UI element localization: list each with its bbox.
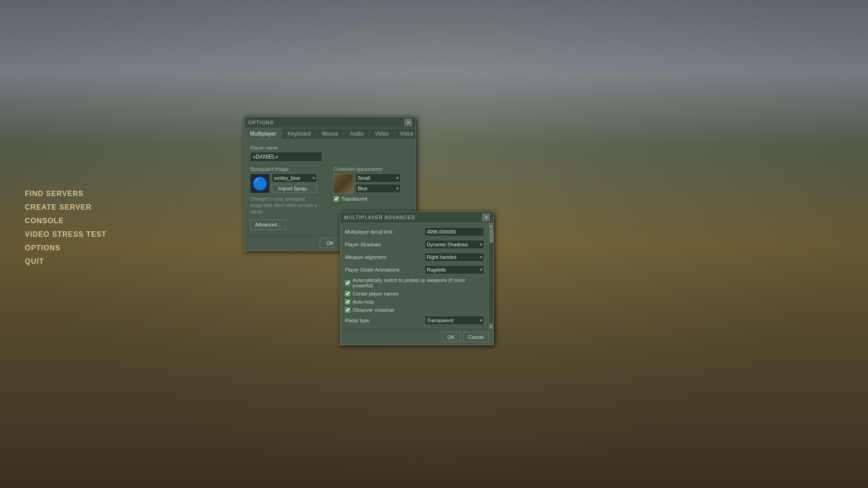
menu-item-create-server[interactable]: CREATE SERVER: [25, 203, 107, 211]
tab-mouse[interactable]: Mouse: [316, 128, 344, 139]
death-animations-dropdown[interactable]: Ragdolls None: [425, 265, 484, 274]
auto-help-row: Auto-help: [345, 299, 484, 305]
advanced-scrollbar: ▲ ▼: [489, 223, 493, 329]
spraypaint-section: Spraypaint image 🔵 smiley_blue skull lam…: [250, 166, 326, 215]
center-names-row: Center player names: [345, 291, 484, 296]
weapon-alignment-label: Weapon alignment: [345, 254, 425, 260]
decal-limit-input[interactable]: [425, 227, 484, 236]
death-animations-row: Player Death Animations Ragdolls None: [345, 265, 484, 275]
advanced-footer: OK Cancel: [340, 329, 493, 345]
observer-crosshair-checkbox[interactable]: [345, 307, 350, 313]
spray-controls: smiley_blue skull lambda Import Spray...: [272, 174, 317, 193]
player-name-input[interactable]: [250, 152, 322, 162]
spray-dropdown[interactable]: smiley_blue skull lambda: [272, 174, 317, 183]
two-column-section: Spraypaint image 🔵 smiley_blue skull lam…: [250, 166, 410, 215]
advanced-title: MULTIPLAYER ADVANCED: [344, 215, 415, 220]
spray-preview: 🔵: [250, 174, 270, 193]
advanced-button[interactable]: Advanced...: [250, 220, 286, 230]
spraypaint-label: Spraypaint image: [250, 166, 326, 172]
tab-multiplayer[interactable]: Multiplayer: [245, 128, 282, 139]
menu-item-options[interactable]: OPTIONS: [25, 244, 107, 252]
translucent-row: Translucent: [334, 196, 410, 202]
auto-switch-label: Automatically switch to picked up weapon…: [353, 277, 484, 288]
menu-item-console[interactable]: CONSOLE: [25, 217, 107, 225]
advanced-dialog: MULTIPLAYER ADVANCED ✕ Multiplayer decal…: [340, 211, 494, 345]
menu-item-video-stress-test[interactable]: VIDEO STRESS TEST: [25, 230, 107, 239]
radar-type-label: Radar type: [345, 318, 425, 323]
weapon-alignment-row: Weapon alignment Right handed Left hande…: [345, 252, 484, 262]
crosshair-size-dropdown[interactable]: Small Medium Large: [355, 174, 401, 183]
auto-switch-row: Automatically switch to picked up weapon…: [345, 277, 484, 288]
observer-crosshair-label: Observer crosshair: [353, 307, 395, 313]
translucent-label: Translucent: [341, 196, 367, 202]
import-spray-button[interactable]: Import Spray...: [272, 184, 317, 193]
radar-type-row: Radar type Transparent Normal None: [345, 315, 484, 325]
options-titlebar: OPTIONS ✕: [245, 117, 415, 128]
advanced-ok-button[interactable]: OK: [442, 332, 461, 342]
crosshair-color-dropdown[interactable]: Blue Green Yellow Red: [355, 184, 401, 193]
menu-item-find-servers[interactable]: FIND SERVERS: [25, 190, 107, 198]
shadows-dropdown[interactable]: Dynamic Shadows No Shadows Static Shadow…: [425, 240, 484, 249]
weapon-alignment-dropdown-wrapper: Right handed Left handed: [425, 253, 484, 262]
auto-help-checkbox[interactable]: [345, 299, 350, 305]
crosshair-image: [334, 174, 353, 193]
decal-limit-row: Multiplayer decal limit: [345, 227, 484, 237]
translucent-checkbox[interactable]: [334, 196, 339, 202]
main-menu: FIND SERVERS CREATE SERVER CONSOLE VIDEO…: [25, 190, 107, 266]
spray-info-text: Changes to your spraypaint image take ef…: [250, 196, 319, 215]
auto-switch-checkbox[interactable]: [345, 280, 350, 286]
decal-limit-label: Multiplayer decal limit: [345, 229, 425, 235]
tab-video[interactable]: Video: [369, 128, 394, 139]
death-animations-dropdown-wrapper: Ragdolls None: [425, 265, 484, 274]
radar-type-dropdown[interactable]: Transparent Normal None: [425, 316, 484, 325]
tab-keyboard[interactable]: Keyboard: [282, 128, 316, 139]
options-title: OPTIONS: [248, 120, 274, 125]
crosshair-section: Crosshair appearance Small Medium Large: [334, 166, 410, 215]
spray-container: 🔵 smiley_blue skull lambda Import Spray.…: [250, 174, 326, 193]
player-name-label: Player name: [250, 145, 410, 150]
advanced-body: Multiplayer decal limit Player Shadows D…: [340, 223, 493, 329]
spray-dropdown-wrapper: smiley_blue skull lambda: [272, 174, 317, 183]
options-close-button[interactable]: ✕: [405, 119, 412, 126]
options-ok-button[interactable]: OK: [320, 238, 340, 248]
advanced-cancel-button[interactable]: Cancel: [463, 332, 489, 342]
center-names-checkbox[interactable]: [345, 291, 350, 296]
crosshair-label: Crosshair appearance: [334, 166, 410, 172]
advanced-close-button[interactable]: ✕: [482, 214, 490, 221]
auto-help-label: Auto-help: [353, 299, 374, 305]
radar-type-dropdown-wrapper: Transparent Normal None: [425, 316, 484, 325]
observer-crosshair-row: Observer crosshair: [345, 307, 484, 313]
scroll-up-arrow[interactable]: ▲: [489, 223, 494, 229]
options-tabs: Multiplayer Keyboard Mouse Audio Video V…: [245, 128, 415, 140]
scroll-thumb[interactable]: [490, 229, 493, 243]
tab-audio[interactable]: Audio: [344, 128, 369, 139]
death-animations-label: Player Death Animations: [345, 267, 425, 272]
crosshair-preview: [334, 174, 354, 193]
shadows-row: Player Shadows Dynamic Shadows No Shadow…: [345, 239, 484, 249]
shadows-label: Player Shadows: [345, 242, 425, 247]
advanced-titlebar: MULTIPLAYER ADVANCED ✕: [340, 212, 493, 223]
center-names-label: Center player names: [353, 291, 399, 296]
tab-voice[interactable]: Voice: [395, 128, 419, 139]
shadows-dropdown-wrapper: Dynamic Shadows No Shadows Static Shadow…: [425, 240, 484, 249]
weapon-alignment-dropdown[interactable]: Right handed Left handed: [425, 253, 484, 262]
menu-item-quit[interactable]: QUIT: [25, 258, 107, 266]
crosshair-color-wrapper: Blue Green Yellow Red: [355, 184, 401, 193]
scroll-down-arrow[interactable]: ▼: [489, 324, 494, 329]
advanced-main-content: Multiplayer decal limit Player Shadows D…: [340, 223, 489, 329]
crosshair-size-wrapper: Small Medium Large: [355, 174, 401, 183]
